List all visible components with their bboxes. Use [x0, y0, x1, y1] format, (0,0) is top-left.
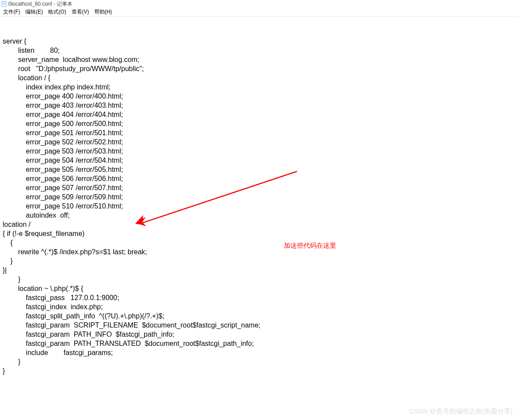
titlebar: 0localhost_80.conf - 记事本	[0, 0, 517, 8]
menu-help[interactable]: 帮助(H)	[93, 8, 114, 16]
editor-content[interactable]: server { listen 80; server_name localhos…	[3, 37, 514, 376]
window-title: 0localhost_80.conf - 记事本	[8, 0, 72, 8]
menu-file[interactable]: 文件(F)	[2, 8, 21, 16]
editor-area[interactable]: server { listen 80; server_name localhos…	[0, 17, 517, 420]
notepad-icon	[1, 1, 7, 7]
menu-edit[interactable]: 编辑(E)	[24, 8, 44, 16]
menubar: 文件(F) 编辑(E) 格式(O) 查看(V) 帮助(H)	[0, 8, 517, 17]
annotation-label: 加这些代码在这里	[284, 241, 336, 250]
svg-rect-0	[2, 1, 6, 7]
watermark: CSDN @贵哥的编程之路(热爱分享)	[409, 407, 513, 416]
menu-view[interactable]: 查看(V)	[70, 8, 90, 16]
menu-format[interactable]: 格式(O)	[47, 8, 67, 16]
